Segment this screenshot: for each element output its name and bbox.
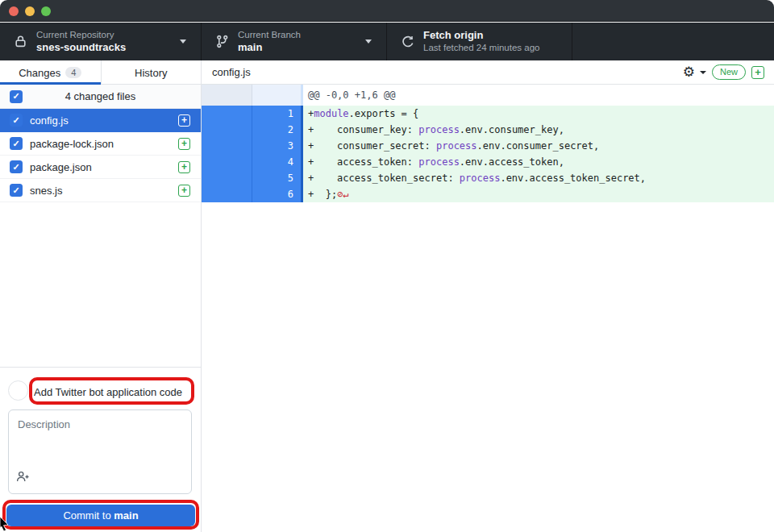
branch-label: Current Branch <box>238 29 301 40</box>
gutter-new <box>252 85 301 106</box>
diff-line[interactable]: 6+ };⊘↵ <box>202 186 774 202</box>
gutter-old[interactable] <box>202 138 252 154</box>
added-file-icon: + <box>178 138 190 150</box>
code-text: + };⊘↵ <box>303 186 774 202</box>
line-number[interactable]: 6 <box>252 186 301 202</box>
repository-name: snes-soundtracks <box>36 41 126 54</box>
tab-history-label: History <box>135 67 167 79</box>
commit-summary-input[interactable] <box>34 383 189 401</box>
zoom-button[interactable] <box>41 6 51 16</box>
gutter-old[interactable] <box>202 170 252 186</box>
diff-line[interactable]: 1+module.exports = { <box>202 106 774 122</box>
description-box <box>8 409 192 494</box>
diff-line[interactable]: 2+ consumer_key: process.env.consumer_ke… <box>202 122 774 138</box>
toolbar: Current Repository snes-soundtracks Curr… <box>0 23 774 60</box>
changed-files-header[interactable]: ✓ 4 changed files <box>0 85 201 109</box>
git-branch-icon <box>215 35 229 48</box>
gutter-old <box>202 85 252 106</box>
file-list: ✓config.js+✓package-lock.json+✓package.j… <box>0 109 201 202</box>
diff-body: @@ -0,0 +1,6 @@ 1+module.exports = {2+ c… <box>202 85 774 202</box>
sync-icon <box>401 35 414 48</box>
line-number[interactable]: 2 <box>252 122 301 138</box>
gutter-old[interactable] <box>202 122 252 138</box>
added-file-status-icon: + <box>751 66 764 79</box>
code-text: +module.exports = { <box>303 106 774 122</box>
gutter-old[interactable] <box>202 154 252 170</box>
changes-sidebar: Changes 4 History ✓ 4 changed files ✓con… <box>0 60 202 532</box>
diff-file-title: config.js <box>212 66 683 78</box>
code-text: + access_token: process.env.access_token… <box>303 154 774 170</box>
gutter-old[interactable] <box>202 106 252 122</box>
file-row[interactable]: ✓snes.js+ <box>0 179 201 202</box>
commit-button[interactable]: Commit to main <box>6 505 195 526</box>
diff-line[interactable]: 5+ access_token_secret: process.env.acce… <box>202 170 774 186</box>
file-name: package-lock.json <box>30 138 178 150</box>
file-row[interactable]: ✓package-lock.json+ <box>0 132 201 156</box>
added-file-icon: + <box>178 161 190 173</box>
line-number[interactable]: 3 <box>252 138 301 154</box>
line-number[interactable]: 4 <box>252 154 301 170</box>
check-icon: ✓ <box>12 186 19 195</box>
commit-button-label: Commit to <box>63 509 114 522</box>
hunk-header-row[interactable]: @@ -0,0 +1,6 @@ <box>202 85 774 106</box>
fetch-title: Fetch origin <box>423 29 540 42</box>
file-checkbox[interactable]: ✓ <box>10 137 23 150</box>
tab-changes-label: Changes <box>19 67 60 79</box>
file-name: snes.js <box>30 185 178 197</box>
code-text: + access_token_secret: process.env.acces… <box>303 170 774 186</box>
chevron-down-icon <box>180 39 186 44</box>
changes-count-badge: 4 <box>65 67 81 78</box>
diff-lines: 1+module.exports = {2+ consumer_key: pro… <box>202 106 774 202</box>
file-checkbox[interactable]: ✓ <box>10 184 23 197</box>
new-badge: New <box>712 64 746 79</box>
commit-description-input[interactable] <box>10 412 183 472</box>
file-name: package.json <box>30 161 178 173</box>
current-repository-dropdown[interactable]: Current Repository snes-soundtracks <box>0 23 202 60</box>
line-number[interactable]: 1 <box>252 106 301 122</box>
diff-line[interactable]: 3+ consumer_secret: process.env.consumer… <box>202 138 774 154</box>
file-checkbox[interactable]: ✓ <box>10 114 23 127</box>
add-coauthor-icon[interactable] <box>16 470 30 487</box>
title-bar <box>0 0 774 22</box>
gear-icon[interactable]: ⚙ <box>683 65 695 79</box>
chevron-down-icon[interactable] <box>700 71 706 74</box>
hunk-header-text: @@ -0,0 +1,6 @@ <box>303 85 774 106</box>
fetch-subtitle: Last fetched 24 minutes ago <box>423 42 540 53</box>
check-icon: ✓ <box>12 163 19 172</box>
code-text: + consumer_key: process.env.consumer_key… <box>303 122 774 138</box>
github-desktop-window: Current Repository snes-soundtracks Curr… <box>0 0 774 532</box>
close-button[interactable] <box>9 6 19 16</box>
file-row[interactable]: ✓package.json+ <box>0 156 201 179</box>
added-file-icon: + <box>178 185 190 197</box>
lock-icon <box>14 35 27 48</box>
commit-panel: Commit to main <box>0 367 201 532</box>
mouse-cursor <box>0 517 11 532</box>
tab-history[interactable]: History <box>101 60 202 85</box>
file-name: config.js <box>30 114 178 127</box>
diff-line[interactable]: 4+ access_token: process.env.access_toke… <box>202 154 774 170</box>
avatar <box>8 380 28 401</box>
sidebar-tabbar: Changes 4 History <box>0 60 201 85</box>
added-file-icon: + <box>178 114 190 127</box>
tab-changes[interactable]: Changes 4 <box>0 60 101 85</box>
repository-label: Current Repository <box>36 29 126 40</box>
commit-button-branch: main <box>114 509 138 522</box>
file-checkbox[interactable]: ✓ <box>10 160 23 173</box>
chevron-down-icon <box>365 39 372 44</box>
minimize-button[interactable] <box>25 6 35 16</box>
changed-files-count: 4 changed files <box>0 90 201 102</box>
current-branch-dropdown[interactable]: Current Branch main <box>202 23 387 60</box>
branch-name: main <box>238 41 301 54</box>
check-icon: ✓ <box>12 139 19 148</box>
fetch-origin-button[interactable]: Fetch origin Last fetched 24 minutes ago <box>387 23 572 60</box>
diff-pane: config.js ⚙ New + @@ -0,0 +1,6 @@ 1+modu… <box>202 60 774 532</box>
gutter-old[interactable] <box>202 186 252 202</box>
code-text: + consumer_secret: process.env.consumer_… <box>303 138 774 154</box>
file-row[interactable]: ✓config.js+ <box>0 109 201 132</box>
line-number[interactable]: 5 <box>252 170 301 186</box>
diff-header: config.js ⚙ New + <box>202 60 774 85</box>
check-icon: ✓ <box>12 116 19 125</box>
